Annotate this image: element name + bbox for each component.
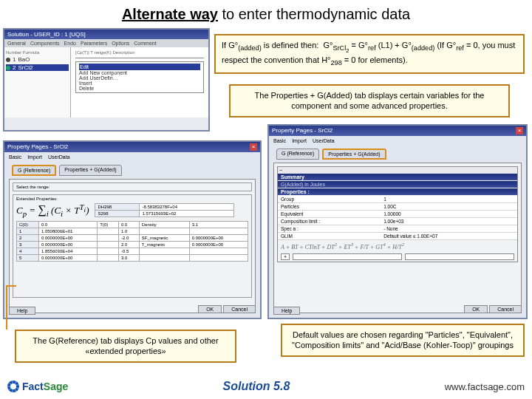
callout-definition: If G°(added) is defined then: G°SrCl2 = … — [214, 34, 525, 74]
callout-defaults: Default values are chosen regarding "Par… — [281, 324, 525, 357]
close-icon[interactable]: × — [250, 143, 257, 151]
browser-window: Solution - USER_ID : 1 [UQS] GeneralComp… — [3, 28, 210, 132]
component-list[interactable]: Number Formula 1BaO 2SrCl2 — [4, 47, 71, 117]
cancel-button[interactable]: Cancel — [223, 305, 256, 313]
subtab-greference[interactable]: G (Reference) — [12, 165, 56, 176]
menu-add[interactable]: Add New component — [79, 70, 200, 75]
property-window-right: Property Pages - SrCl2 × BasicImportUser… — [267, 124, 528, 319]
browser-titlebar: Solution - USER_ID : 1 [UQS] — [4, 30, 208, 39]
close-icon[interactable]: × — [516, 127, 523, 134]
list-header: Number Formula — [6, 50, 69, 55]
footer-url: www.factsage.com — [445, 381, 525, 392]
property-window-left: Property Pages - SrCl2 × BasicImportUser… — [3, 140, 262, 319]
menu-delete[interactable]: Delete — [79, 86, 200, 91]
ok-button[interactable]: OK — [198, 305, 222, 313]
term-input[interactable] — [405, 253, 514, 260]
properties-table: Group1 Particles1.00C Equivalent1.00000 … — [278, 196, 517, 240]
tab-row[interactable]: BasicImportUserData — [269, 136, 526, 146]
subtab-gadded[interactable]: Properties + G(Added) — [59, 165, 121, 176]
browser-tabs[interactable]: GeneralComponentsEndoParametersOptionsCo… — [4, 39, 208, 47]
menu-adduser[interactable]: Add UserDefin… — [79, 75, 200, 81]
list-item[interactable]: 1BaO — [6, 56, 69, 63]
ok-button[interactable]: OK — [464, 305, 488, 313]
cp-formula: Cp = ∑i (Ci × TTi) — [16, 202, 89, 218]
menu-insert[interactable]: Insert — [79, 81, 200, 86]
help-button[interactable]: Help — [9, 307, 35, 315]
window-titlebar: Property Pages - SrCl2 × — [269, 126, 526, 136]
callout-gref-tab: The G(Reference) tab displays Cp values … — [15, 330, 236, 363]
term-input[interactable] — [293, 253, 402, 260]
callout-props-tab: The Properties + G(Added) tab displays c… — [229, 84, 510, 117]
gear-icon — [7, 381, 19, 392]
subtab-gadded[interactable]: Properties + G(Added) — [322, 149, 386, 160]
context-menu[interactable]: [Cp(T)] T range(K) Description Edit Add … — [71, 47, 208, 117]
page-title: Alternate way to enter thermodynamic dat… — [0, 0, 532, 26]
gadded-formula: A + BT + CTlnT + DT2 + ET3 + F/T + GT4 +… — [278, 240, 517, 252]
page-number: Solution 5.8 — [223, 380, 290, 393]
subtab-greference[interactable]: G (Reference) — [276, 149, 319, 160]
footer: FactSage Solution 5.8 www.factsage.com — [0, 374, 532, 399]
window-titlebar: Property Pages - SrCl2 × — [4, 142, 260, 152]
properties-band: Properties : — [278, 188, 517, 195]
tab-row[interactable]: BasicImportUserData — [4, 152, 260, 162]
summary-band: Summary — [278, 174, 517, 180]
list-item[interactable]: 2SrCl2 — [6, 64, 69, 71]
help-button[interactable]: Help — [273, 307, 300, 315]
cancel-button[interactable]: Cancel — [489, 305, 522, 313]
gadded-band: G(Added) in Joules — [278, 181, 517, 188]
menu-edit[interactable]: Edit — [79, 64, 200, 70]
plus-icon[interactable]: + — [281, 253, 290, 260]
factsage-logo: FactSage — [7, 381, 68, 392]
